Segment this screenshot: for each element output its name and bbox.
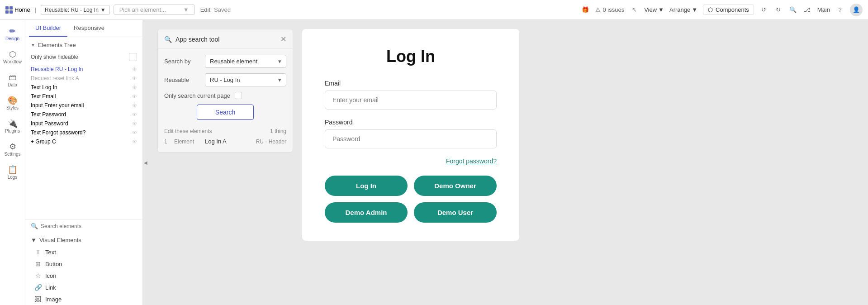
tree-item-input-email[interactable]: Input Enter your email 👁 xyxy=(25,101,142,110)
eye-icon-4[interactable]: 👁 xyxy=(132,103,137,108)
search-elements-input[interactable] xyxy=(41,223,137,229)
workflow-label: Workflow xyxy=(3,59,22,64)
button-type-label: Button xyxy=(45,261,62,267)
panel-tabs: UI Builder Responsive xyxy=(25,20,142,37)
tree-item-text-email[interactable]: Text Email 👁 xyxy=(25,92,142,101)
login-button[interactable]: Log In xyxy=(325,176,408,196)
arrange-label: Arrange xyxy=(669,6,690,13)
tree-collapse-icon[interactable]: ▼ xyxy=(31,43,35,48)
eye-icon-5[interactable]: 👁 xyxy=(132,112,137,117)
email-input[interactable] xyxy=(325,91,497,110)
grid-icon xyxy=(5,6,13,14)
cursor-tool-icon[interactable]: ↖ xyxy=(630,5,639,14)
visual-elements-collapse-icon[interactable]: ▼ xyxy=(31,237,37,243)
demo-admin-button[interactable]: Demo Admin xyxy=(325,202,408,223)
sidebar-item-design[interactable]: ✏ Design xyxy=(1,24,24,45)
user-avatar[interactable]: 👤 xyxy=(850,4,863,16)
search-elements-row: 🔍 xyxy=(25,219,142,232)
view-dropdown[interactable]: View ▼ xyxy=(644,6,664,13)
tree-item-reusable[interactable]: Reusable RU - Log In 👁 xyxy=(25,65,142,74)
search-by-row: Search by Reusable element ▾ xyxy=(164,55,286,68)
gift-icon[interactable]: 🎁 xyxy=(581,5,590,14)
tab-responsive[interactable]: Responsive xyxy=(67,20,111,37)
eye-icon-3[interactable]: 👁 xyxy=(132,94,137,99)
element-type-image[interactable]: 🖼 Image xyxy=(25,293,142,305)
search-elements-icon: 🔍 xyxy=(31,223,38,229)
branch-icon[interactable]: ⎇ xyxy=(803,5,812,14)
breadcrumb-text: Reusable: RU - Log In xyxy=(45,7,99,13)
search-by-select[interactable]: Reusable element ▾ xyxy=(205,55,286,68)
password-label: Password xyxy=(325,119,497,126)
result-element-label: Element xyxy=(174,138,201,145)
sidebar-item-logs[interactable]: 📋 Logs xyxy=(1,162,24,183)
pick-element-dropdown[interactable]: Pick an element... ▼ xyxy=(114,5,195,15)
sidebar-item-data[interactable]: 🗃 Data xyxy=(1,70,24,91)
tree-item-text-password[interactable]: Text Password 👁 xyxy=(25,110,142,119)
element-type-link[interactable]: 🔗 Link xyxy=(25,281,142,293)
demo-user-button[interactable]: Demo User xyxy=(414,202,497,223)
tab-ui-builder[interactable]: UI Builder xyxy=(29,20,67,37)
search-by-arrow-icon: ▾ xyxy=(278,58,281,65)
collapse-arrow-icon: ◀ xyxy=(144,160,147,165)
reusable-arrow-icon: ▾ xyxy=(278,76,281,83)
element-type-text[interactable]: T Text xyxy=(25,246,142,258)
help-icon[interactable]: ? xyxy=(835,5,844,14)
edit-these-row: Edit these elements 1 thing xyxy=(164,128,286,134)
issues-count: 0 issues xyxy=(602,6,624,13)
tree-item-group-c[interactable]: + Group C 👁 xyxy=(25,137,142,146)
sidebar-item-workflow[interactable]: ⬡ Workflow xyxy=(1,47,24,68)
forgot-password-link[interactable]: Forgot password? xyxy=(446,157,497,165)
breadcrumb-dropdown[interactable]: Reusable: RU - Log In ▼ xyxy=(41,5,110,15)
icon-type-label: Icon xyxy=(45,272,57,279)
reusable-value: RU - Log In xyxy=(210,76,240,83)
eye-icon-0[interactable]: 👁 xyxy=(132,67,137,72)
logo[interactable]: Home xyxy=(5,6,30,14)
only-show-toggle[interactable] xyxy=(129,53,137,61)
element-type-button[interactable]: ⊞ Button xyxy=(25,258,142,270)
tree-item-input-password[interactable]: Input Password 👁 xyxy=(25,119,142,128)
sidebar-item-styles[interactable]: 🎨 Styles xyxy=(1,93,24,114)
password-field-group: Password xyxy=(325,119,497,148)
styles-label: Styles xyxy=(6,105,19,110)
collapse-handle[interactable]: ◀ xyxy=(143,20,148,305)
sidebar-item-plugins[interactable]: 🔌 Plugins xyxy=(1,116,24,137)
tree-item-text-forgot[interactable]: Text Forgot password? 👁 xyxy=(25,128,142,137)
tree-item-text-login[interactable]: Text Log In 👁 xyxy=(25,83,142,92)
result-row-0[interactable]: 1 Element Log In A RU - Header xyxy=(164,138,286,145)
home-label: Home xyxy=(14,6,30,13)
eye-icon-6[interactable]: 👁 xyxy=(132,121,137,126)
reusable-select[interactable]: RU - Log In ▾ xyxy=(205,73,286,86)
edit-these-label: Edit these elements xyxy=(164,128,212,134)
plugins-icon: 🔌 xyxy=(8,119,18,128)
issues-indicator[interactable]: ⚠ 0 issues xyxy=(595,6,624,13)
icon-type-icon: ☆ xyxy=(34,272,42,279)
eye-icon-8[interactable]: 👁 xyxy=(132,139,137,144)
only-search-label: Only search current page xyxy=(164,92,230,99)
left-panel: UI Builder Responsive ▼ Elements Tree On… xyxy=(25,20,143,305)
pick-placeholder: Pick an element... xyxy=(119,6,166,13)
data-icon: 🗃 xyxy=(9,73,17,81)
components-button[interactable]: ⬡ Components xyxy=(703,5,754,15)
plugins-label: Plugins xyxy=(5,129,20,133)
eye-icon-2[interactable]: 👁 xyxy=(132,85,137,90)
search-button[interactable]: Search xyxy=(197,105,254,120)
element-type-icon[interactable]: ☆ Icon xyxy=(25,270,142,281)
undo-icon[interactable]: ↺ xyxy=(759,5,768,14)
password-input[interactable] xyxy=(325,129,497,148)
search-popup-title-text: App search tool xyxy=(175,36,219,43)
only-search-checkbox[interactable] xyxy=(235,92,242,99)
search-icon[interactable]: 🔍 xyxy=(788,5,797,14)
redo-icon[interactable]: ↻ xyxy=(774,5,783,14)
demo-owner-button[interactable]: Demo Owner xyxy=(414,176,497,196)
reusable-label: Reusable xyxy=(164,76,205,83)
sidebar-icons: ✏ Design ⬡ Workflow 🗃 Data 🎨 Styles 🔌 Pl… xyxy=(0,20,25,305)
tree-item-request-reset[interactable]: Request reset link A 👁 xyxy=(25,74,142,83)
eye-icon-7[interactable]: 👁 xyxy=(132,130,137,135)
elements-tree-label: Elements Tree xyxy=(38,42,76,48)
search-btn-row: Search xyxy=(164,105,286,120)
sidebar-item-settings[interactable]: ⚙ Settings xyxy=(1,139,24,160)
eye-icon-1[interactable]: 👁 xyxy=(132,76,137,81)
arrange-dropdown[interactable]: Arrange ▼ xyxy=(669,6,697,13)
search-popup-close-icon[interactable]: ✕ xyxy=(280,35,286,43)
result-name: Log In A xyxy=(205,138,227,145)
